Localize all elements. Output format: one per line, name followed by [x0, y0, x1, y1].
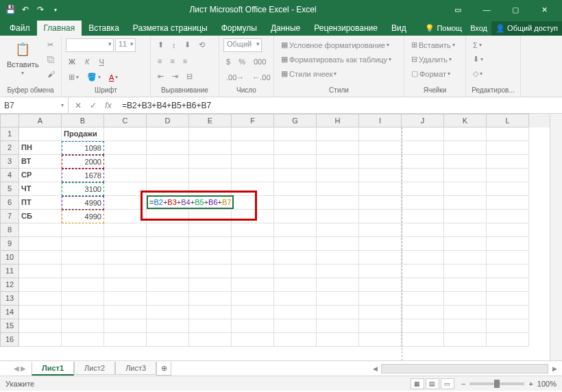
- cell[interactable]: [359, 141, 402, 155]
- cell[interactable]: 1098: [62, 141, 104, 155]
- cell[interactable]: [232, 182, 274, 196]
- cell[interactable]: [147, 182, 189, 196]
- cell[interactable]: [487, 319, 529, 333]
- clear-button[interactable]: ◇ ▾: [470, 67, 485, 80]
- cell[interactable]: [189, 265, 232, 278]
- cell[interactable]: [147, 306, 189, 319]
- align-middle-button[interactable]: ↕: [169, 38, 179, 51]
- tab-formulas[interactable]: Формулы: [215, 21, 264, 36]
- cell[interactable]: [232, 155, 274, 169]
- cell[interactable]: [104, 169, 147, 182]
- cell[interactable]: [487, 141, 529, 155]
- cell[interactable]: [402, 278, 444, 292]
- underline-button[interactable]: Ч: [96, 55, 106, 68]
- row-header[interactable]: 2: [0, 141, 19, 155]
- cell[interactable]: [189, 210, 232, 223]
- cell[interactable]: [402, 169, 444, 182]
- cell[interactable]: [62, 251, 104, 265]
- cell[interactable]: [189, 182, 232, 196]
- cell[interactable]: [444, 141, 487, 155]
- cell[interactable]: [189, 169, 232, 182]
- cell[interactable]: [402, 292, 444, 306]
- cell[interactable]: [62, 292, 104, 306]
- cell[interactable]: [402, 306, 444, 319]
- fill-color-button[interactable]: 🪣▾: [84, 71, 103, 84]
- cell[interactable]: [317, 127, 359, 141]
- row-header[interactable]: 11: [0, 265, 19, 278]
- sheet-tab-1[interactable]: Лист1: [32, 362, 74, 376]
- cell[interactable]: [444, 127, 487, 141]
- cell[interactable]: [274, 292, 317, 306]
- cell[interactable]: [274, 278, 317, 292]
- cell[interactable]: [317, 223, 359, 237]
- align-center-button[interactable]: ≡: [167, 54, 177, 67]
- cell[interactable]: [317, 196, 359, 210]
- cell[interactable]: [274, 169, 317, 182]
- cell[interactable]: [402, 182, 444, 196]
- tab-file[interactable]: Файл: [3, 21, 37, 36]
- cell[interactable]: [402, 251, 444, 265]
- cell[interactable]: [359, 292, 402, 306]
- cell[interactable]: [147, 251, 189, 265]
- cell[interactable]: [444, 182, 487, 196]
- tab-data[interactable]: Данные: [264, 21, 307, 36]
- row-header[interactable]: 1: [0, 127, 19, 141]
- cell[interactable]: [232, 319, 274, 333]
- cell[interactable]: ВТ: [19, 155, 62, 169]
- row-header[interactable]: 12: [0, 278, 19, 292]
- cell[interactable]: [317, 251, 359, 265]
- cell[interactable]: [444, 278, 487, 292]
- cell[interactable]: [62, 319, 104, 333]
- cell[interactable]: ЧТ: [19, 182, 62, 196]
- tab-layout[interactable]: Разметка страницы: [126, 21, 215, 36]
- cell[interactable]: [232, 306, 274, 319]
- cell[interactable]: [444, 319, 487, 333]
- cell[interactable]: [147, 141, 189, 155]
- font-family-combo[interactable]: [66, 38, 114, 52]
- cell[interactable]: [359, 237, 402, 251]
- cell[interactable]: [104, 155, 147, 169]
- cell[interactable]: [232, 127, 274, 141]
- cell[interactable]: [189, 127, 232, 141]
- tab-share[interactable]: 👤 Общий доступ: [491, 21, 562, 36]
- cell[interactable]: Продажи: [62, 127, 104, 141]
- cell[interactable]: [189, 237, 232, 251]
- cell[interactable]: [19, 127, 62, 141]
- copy-button[interactable]: ⿻: [45, 53, 58, 66]
- cell[interactable]: [274, 155, 317, 169]
- paste-button[interactable]: 📋 Вставить ▾: [4, 38, 42, 77]
- cell[interactable]: [487, 169, 529, 182]
- cell[interactable]: [62, 333, 104, 347]
- cell[interactable]: [19, 237, 62, 251]
- cell[interactable]: [359, 265, 402, 278]
- close-icon[interactable]: ✕: [530, 0, 558, 19]
- undo-icon[interactable]: ↶: [19, 3, 32, 16]
- number-format-combo[interactable]: Общий: [223, 38, 262, 52]
- cell[interactable]: [104, 265, 147, 278]
- view-layout-button[interactable]: ▤: [426, 378, 439, 389]
- insert-cells-button[interactable]: ⊞ Вставить ▾: [408, 38, 458, 51]
- col-header[interactable]: L: [487, 114, 529, 127]
- ribbon-options-icon[interactable]: ▭: [444, 0, 472, 19]
- cell[interactable]: ПН: [19, 141, 62, 155]
- cell[interactable]: [274, 306, 317, 319]
- tab-help[interactable]: 💡 Помощ: [421, 21, 466, 36]
- fill-button[interactable]: ⬇ ▾: [470, 53, 486, 66]
- cell[interactable]: [62, 278, 104, 292]
- cell[interactable]: [232, 251, 274, 265]
- cell[interactable]: [317, 292, 359, 306]
- tab-login[interactable]: Вход: [466, 21, 491, 36]
- save-icon[interactable]: 💾: [4, 3, 16, 16]
- cell[interactable]: [487, 333, 529, 347]
- cell[interactable]: [317, 210, 359, 223]
- view-break-button[interactable]: ▭: [441, 378, 454, 389]
- cell[interactable]: [147, 292, 189, 306]
- tab-view[interactable]: Вид: [384, 21, 413, 36]
- cell[interactable]: [317, 278, 359, 292]
- align-left-button[interactable]: ≡: [155, 54, 164, 67]
- tab-review[interactable]: Рецензирование: [307, 21, 384, 36]
- cell[interactable]: [189, 306, 232, 319]
- cell[interactable]: [62, 265, 104, 278]
- cell[interactable]: [317, 237, 359, 251]
- col-header[interactable]: C: [104, 114, 147, 127]
